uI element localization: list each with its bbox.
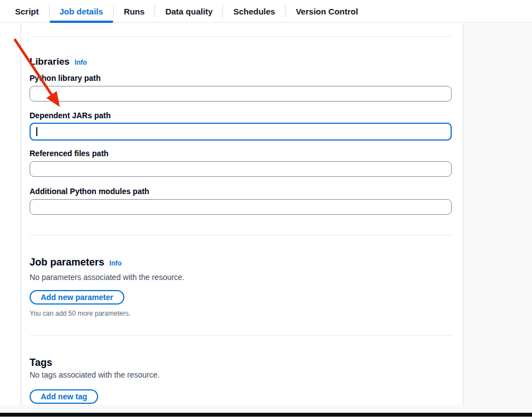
page-background-bottom bbox=[0, 405, 532, 413]
referenced-files-path-input[interactable] bbox=[30, 161, 452, 177]
job-parameters-section-heading: Job parameters Info bbox=[30, 255, 452, 270]
referenced-files-path-label: Referenced files path bbox=[30, 148, 452, 158]
tab-schedules-label: Schedules bbox=[233, 7, 275, 16]
job-details-panel: Libraries Info Python library path Depen… bbox=[21, 23, 463, 405]
tab-data-quality[interactable]: Data quality bbox=[155, 0, 223, 22]
python-library-path-label: Python library path bbox=[30, 73, 452, 83]
tab-schedules[interactable]: Schedules bbox=[223, 0, 285, 22]
tags-empty-text: No tags associated with the resource. bbox=[30, 369, 452, 380]
additional-python-modules-path-label: Additional Python modules path bbox=[30, 186, 452, 196]
tab-version-control-label: Version Control bbox=[296, 7, 358, 16]
libraries-title: Libraries bbox=[30, 56, 70, 68]
window-bottom-edge bbox=[0, 413, 532, 417]
tab-job-details[interactable]: Job details bbox=[50, 0, 113, 22]
dependent-jars-path-input[interactable] bbox=[30, 123, 452, 141]
job-parameters-hint-text: You can add 50 more parameters. bbox=[30, 309, 452, 318]
python-library-path-field bbox=[30, 86, 452, 102]
job-parameters-title: Job parameters bbox=[30, 255, 104, 269]
additional-python-modules-path-input[interactable] bbox=[30, 199, 452, 215]
additional-python-modules-path-field bbox=[30, 199, 452, 215]
dependent-jars-path-field bbox=[30, 123, 452, 141]
tags-title: Tags bbox=[30, 356, 52, 369]
tab-script[interactable]: Script bbox=[5, 0, 49, 22]
divider bbox=[30, 36, 452, 37]
tab-data-quality-label: Data quality bbox=[165, 7, 212, 16]
add-new-parameter-button[interactable]: Add new parameter bbox=[30, 290, 124, 305]
text-cursor bbox=[36, 127, 37, 136]
tab-bar: Script Job details Runs Data quality Sch… bbox=[0, 0, 532, 23]
tab-runs-label: Runs bbox=[124, 7, 145, 16]
job-parameters-info-link[interactable]: Info bbox=[109, 257, 122, 270]
referenced-files-path-field bbox=[30, 161, 452, 177]
tab-version-control[interactable]: Version Control bbox=[286, 0, 368, 22]
divider bbox=[30, 335, 452, 336]
tab-job-details-label: Job details bbox=[60, 7, 103, 16]
glue-job-details-page: Script Job details Runs Data quality Sch… bbox=[0, 0, 532, 420]
dependent-jars-path-label: Dependent JARs path bbox=[30, 110, 452, 120]
libraries-section-heading: Libraries Info bbox=[30, 56, 452, 69]
libraries-info-link[interactable]: Info bbox=[75, 56, 87, 69]
python-library-path-input[interactable] bbox=[30, 86, 452, 102]
add-new-tag-button[interactable]: Add new tag bbox=[30, 389, 98, 404]
tab-runs[interactable]: Runs bbox=[114, 0, 155, 22]
page-background-right bbox=[464, 23, 532, 405]
divider bbox=[30, 235, 452, 235]
job-parameters-empty-text: No parameters associated with the resour… bbox=[30, 272, 452, 283]
tab-script-label: Script bbox=[15, 7, 39, 16]
tags-section-heading: Tags bbox=[30, 356, 452, 369]
